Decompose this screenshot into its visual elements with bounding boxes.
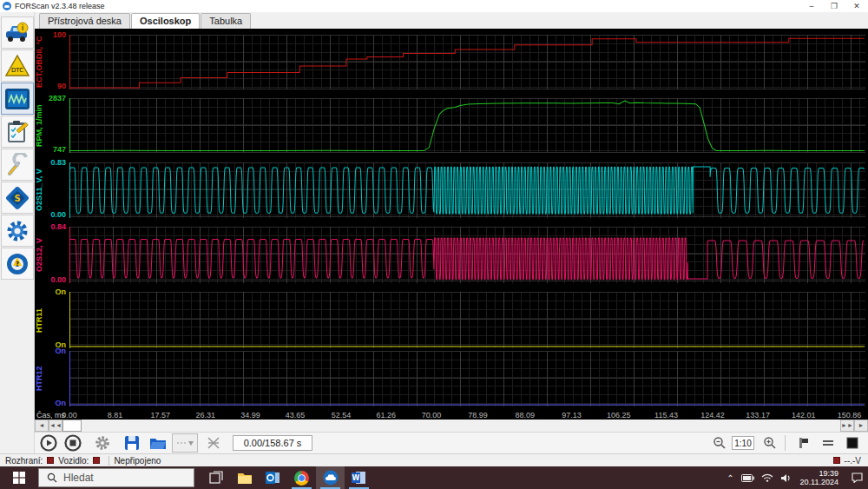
- forscan-logo-icon: [3, 2, 11, 10]
- connection-status: Nepřipojeno: [114, 456, 161, 466]
- channel-band-ect[interactable]: [69, 35, 865, 89]
- channel-name-htr11: HTR11: [35, 292, 47, 348]
- grid-style-button[interactable]: [818, 433, 838, 453]
- taskbar-app-word[interactable]: W: [345, 466, 373, 489]
- sidebar-item-oscilloscope[interactable]: [1, 83, 34, 115]
- record-settings-button[interactable]: [92, 433, 113, 453]
- time-tick-label: 88.09: [515, 411, 535, 420]
- scroll-right-icon[interactable]: ►: [854, 420, 868, 432]
- delete-record-button[interactable]: [203, 433, 224, 453]
- hidden-icons-chevron-icon[interactable]: ⌃: [727, 473, 733, 483]
- chip-icon: S: [4, 186, 30, 210]
- fullscreen-button[interactable]: [842, 433, 863, 453]
- interface-status-icon: [47, 457, 54, 464]
- zoom-in-button[interactable]: [760, 433, 780, 453]
- channel-band-rpm[interactable]: [69, 98, 865, 153]
- scroll-right-fast-icon[interactable]: ►►: [840, 420, 854, 432]
- o2s12-trace: [69, 227, 865, 283]
- scroll-left-icon[interactable]: ◄: [35, 420, 49, 432]
- scrollbar-thumb[interactable]: [62, 420, 82, 432]
- task-view-icon: [209, 471, 223, 485]
- time-tick-label: 124.42: [700, 411, 725, 420]
- sidebar-item-programming[interactable]: S: [1, 182, 34, 214]
- word-icon: W: [352, 471, 366, 485]
- channel-name-rpm: RPM, 1/min: [35, 98, 47, 153]
- action-center-button[interactable]: [845, 466, 868, 489]
- minimize-button[interactable]: –: [800, 1, 823, 12]
- channel-band-htr11[interactable]: [69, 292, 865, 348]
- statusbar-separator: [108, 456, 109, 466]
- marker-button[interactable]: [793, 433, 814, 453]
- marker-flag-icon: [797, 436, 811, 450]
- sidebar-item-vehicle-info[interactable]: i: [1, 17, 34, 49]
- open-button[interactable]: [148, 433, 168, 453]
- ect-max-label: 100: [35, 31, 66, 39]
- o2s12-max-label: 0.84: [35, 223, 66, 231]
- tab-tabulka[interactable]: Tabulka: [201, 13, 251, 29]
- time-tick-label: 150.86: [838, 411, 862, 420]
- save-icon: [124, 435, 140, 451]
- zoom-ratio-display: 1:10: [732, 436, 754, 450]
- search-icon: [47, 472, 57, 483]
- time-tick-label: 115.43: [654, 411, 678, 420]
- taskbar-app-task-view[interactable]: [201, 466, 230, 489]
- o2s11-trace: [69, 162, 865, 218]
- play-button[interactable]: [38, 433, 59, 453]
- rpm-trace: [69, 98, 865, 153]
- forscan-window: FORScan v2.3.48 release – ❐ ✕ i DTC: [0, 0, 868, 489]
- time-tick-label: 97.13: [562, 411, 582, 420]
- save-button[interactable]: [122, 433, 142, 453]
- sidebar-item-tests[interactable]: [1, 116, 34, 148]
- svg-text:W: W: [352, 474, 360, 482]
- sidebar-item-settings[interactable]: [1, 215, 34, 247]
- tab-pristrojova-deska[interactable]: Přístrojová deska: [39, 13, 130, 29]
- restore-button[interactable]: ❐: [823, 1, 845, 12]
- taskbar-app-forscan[interactable]: [316, 466, 345, 489]
- window-title: FORScan v2.3.48 release: [15, 2, 105, 10]
- rpm-max-label: 2837: [35, 95, 66, 102]
- gear-icon: [4, 219, 30, 243]
- stop-button[interactable]: [62, 433, 83, 453]
- toolbar-separator: [785, 435, 786, 451]
- htr12-trace: [69, 351, 865, 406]
- close-button[interactable]: ✕: [845, 1, 868, 12]
- taskbar-clock[interactable]: 19:39 20.11.2024: [800, 469, 838, 486]
- time-axis-label: Čas, ms: [36, 411, 65, 420]
- scrollbar-track[interactable]: [82, 420, 840, 432]
- battery-icon[interactable]: [741, 474, 754, 482]
- scroll-left-fast-icon[interactable]: ◄◄: [49, 420, 62, 432]
- taskbar-app-file-explorer[interactable]: [230, 466, 259, 489]
- rpm-min-label: 747: [35, 146, 66, 154]
- forscan-taskbar-icon: [323, 470, 339, 486]
- channel-band-o2s11[interactable]: [69, 162, 865, 218]
- steering-wheel-question-icon: ?: [4, 252, 30, 276]
- channel-band-o2s12[interactable]: [69, 227, 865, 283]
- vehicle-label: Vozidlo:: [58, 456, 89, 466]
- taskbar-app-chrome[interactable]: [287, 466, 316, 489]
- time-tick-label: 106.25: [607, 411, 631, 420]
- sidebar-item-help[interactable]: ?: [1, 248, 34, 280]
- clock-date: 20.11.2024: [800, 478, 838, 486]
- tab-osciloskop[interactable]: Osciloskop: [131, 13, 200, 30]
- gear-icon: [95, 435, 110, 451]
- wrench-icon: [4, 153, 30, 177]
- filled-square-icon: [845, 436, 859, 450]
- profile-select-dropdown[interactable]: [172, 433, 198, 453]
- channel-name-htr12: HTR12: [35, 351, 47, 406]
- taskbar-search-input[interactable]: Hledat: [38, 468, 194, 487]
- time-tick-label: 78.99: [468, 411, 488, 420]
- taskbar-app-outlook[interactable]: [259, 466, 287, 489]
- time-tick-label: 142.01: [792, 411, 816, 420]
- start-button[interactable]: [0, 466, 38, 489]
- time-tick-label: 26.31: [195, 411, 215, 420]
- svg-text:S: S: [14, 194, 20, 203]
- wifi-icon[interactable]: [761, 473, 773, 482]
- channel-band-htr12[interactable]: [69, 351, 865, 406]
- o2s11-min-label: 0.00: [35, 211, 66, 219]
- sidebar-item-service[interactable]: [1, 149, 34, 181]
- volume-icon[interactable]: [780, 473, 792, 483]
- sidebar-item-dtc[interactable]: DTC: [1, 50, 34, 82]
- zoom-out-button[interactable]: [709, 433, 730, 453]
- delete-x-icon: [206, 435, 221, 451]
- time-tick-label: 43.65: [286, 411, 306, 420]
